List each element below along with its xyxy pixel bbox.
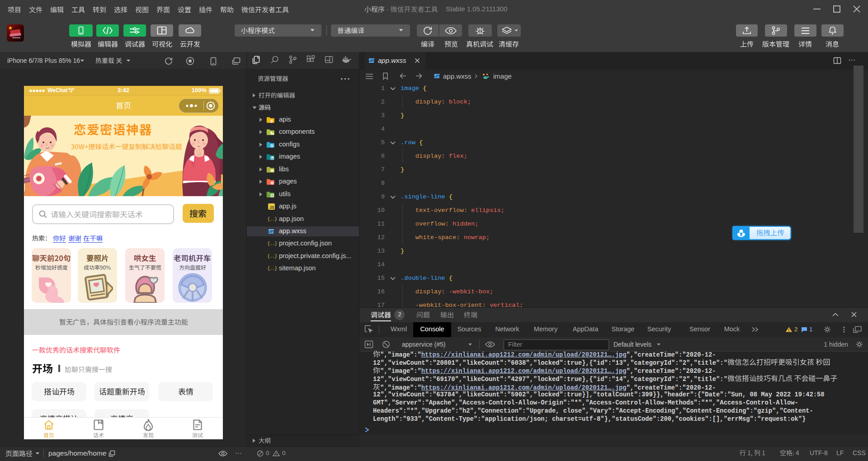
svg-text:#: # xyxy=(270,118,273,123)
